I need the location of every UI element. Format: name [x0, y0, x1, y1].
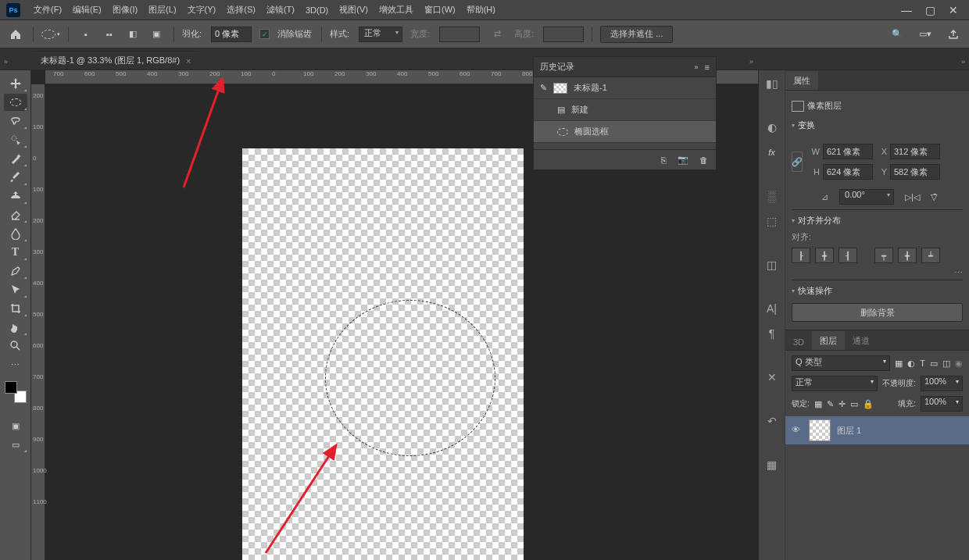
select-and-mask-button[interactable]: 选择并遮住 ...: [600, 26, 673, 43]
close-button[interactable]: ✕: [947, 4, 960, 16]
lock-pos-icon[interactable]: ✛: [838, 399, 846, 409]
panel-icon-adjustments[interactable]: ◐: [763, 119, 781, 136]
panel-icon-styles[interactable]: fx: [763, 144, 781, 161]
crop-tool[interactable]: [4, 300, 27, 317]
panel-icon-tools[interactable]: ✕: [763, 369, 781, 386]
filter-shape-icon[interactable]: ▭: [930, 358, 938, 369]
intersect-selection-button[interactable]: ▣: [147, 25, 166, 44]
maximize-button[interactable]: ▢: [924, 4, 936, 16]
collapse-history-icon[interactable]: »: [695, 63, 699, 71]
path-selection-tool[interactable]: [4, 281, 27, 298]
brush-tool[interactable]: [4, 169, 27, 186]
filter-adjust-icon[interactable]: ◐: [907, 358, 915, 369]
visibility-toggle-icon[interactable]: 👁: [792, 425, 803, 436]
panel-icon-swatches[interactable]: ⬚: [763, 212, 781, 230]
tab-layers[interactable]: 图层: [812, 331, 845, 350]
home-button[interactable]: [6, 25, 25, 44]
new-snapshot-icon[interactable]: ⎘: [661, 155, 667, 165]
panel-icon-libraries[interactable]: ◫: [763, 256, 781, 273]
tool-preset-picker[interactable]: ▾: [41, 25, 60, 44]
hand-tool[interactable]: [4, 319, 27, 336]
color-swatches[interactable]: [5, 381, 27, 403]
align-left-button[interactable]: ┠: [792, 248, 810, 263]
menu-layer[interactable]: 图层(L): [143, 4, 181, 16]
lock-trans-icon[interactable]: ▦: [814, 399, 822, 409]
type-tool[interactable]: T: [4, 244, 27, 261]
collapse-right-icon[interactable]: »: [960, 56, 967, 67]
magic-wand-tool[interactable]: [4, 150, 27, 167]
elliptical-marquee-tool[interactable]: [4, 94, 27, 111]
clone-stamp-tool[interactable]: [4, 187, 27, 205]
lock-paint-icon[interactable]: ✎: [827, 399, 834, 409]
tab-channels[interactable]: 通道: [845, 331, 878, 350]
menu-filter[interactable]: 滤镜(T): [261, 4, 300, 16]
panel-icon-history[interactable]: ↶: [763, 412, 781, 430]
quick-actions-section[interactable]: 快速操作: [792, 282, 963, 300]
filter-smart-icon[interactable]: ◫: [942, 358, 950, 369]
y-input[interactable]: [890, 164, 940, 180]
subtract-selection-button[interactable]: ◧: [123, 25, 142, 44]
angle-select[interactable]: 0.00°: [839, 189, 894, 205]
tab-properties[interactable]: 属性: [785, 71, 818, 90]
new-selection-button[interactable]: ▪: [77, 25, 95, 44]
panel-icon-info[interactable]: ▦: [763, 456, 781, 473]
align-vcenter-button[interactable]: ╋: [898, 248, 917, 263]
height-input[interactable]: [823, 164, 873, 180]
eraser-tool[interactable]: [4, 206, 27, 223]
flip-h-icon[interactable]: ▷|◁: [905, 192, 920, 202]
history-step-new[interactable]: ▤ 新建: [534, 99, 716, 121]
blur-tool[interactable]: [4, 225, 27, 242]
history-doc-row[interactable]: ✎ 未标题-1: [534, 77, 716, 99]
foreground-color[interactable]: [5, 381, 17, 394]
menu-select[interactable]: 选择(S): [221, 4, 261, 16]
blend-mode-select[interactable]: 正常: [792, 376, 878, 391]
history-step-ellipse[interactable]: 椭圆选框: [534, 121, 716, 143]
minimize-button[interactable]: —: [900, 4, 913, 16]
quick-mask-button[interactable]: ▣: [4, 417, 27, 434]
align-top-button[interactable]: ┯: [874, 248, 893, 263]
menu-plugins[interactable]: 增效工具: [374, 4, 419, 16]
collapse-hist-icon[interactable]: »: [748, 56, 755, 67]
quick-selection-tool[interactable]: [4, 131, 27, 148]
menu-type[interactable]: 文字(Y): [182, 4, 222, 16]
filter-toggle-icon[interactable]: ◉: [955, 358, 963, 369]
menu-window[interactable]: 窗口(W): [419, 4, 461, 16]
menu-file[interactable]: 文件(F): [28, 4, 67, 16]
align-hcenter-button[interactable]: ╋: [815, 248, 834, 263]
menu-edit[interactable]: 编辑(E): [67, 4, 107, 16]
filter-pixel-icon[interactable]: ▦: [895, 358, 903, 369]
menu-view[interactable]: 视图(V): [334, 4, 374, 16]
layer-filter-kind[interactable]: Q 类型: [792, 355, 890, 371]
x-input[interactable]: [890, 144, 940, 159]
align-section[interactable]: 对齐并分布: [792, 212, 963, 230]
width-input[interactable]: [823, 144, 873, 159]
document-canvas[interactable]: [242, 148, 524, 560]
link-wh-icon[interactable]: 🔗: [792, 152, 803, 172]
pen-tool[interactable]: [4, 262, 27, 280]
menu-help[interactable]: 帮助(H): [461, 4, 501, 16]
lasso-tool[interactable]: [4, 112, 27, 130]
edit-toolbar-button[interactable]: ⋯: [4, 356, 27, 373]
close-tab-icon[interactable]: ×: [186, 56, 191, 66]
document-tab[interactable]: 未标题-1 @ 33.3% (图层 1, RGB/8#) ×: [33, 51, 198, 70]
more-align-icon[interactable]: ⋯: [792, 268, 963, 278]
layer-name[interactable]: 图层 1: [837, 425, 861, 437]
feather-input[interactable]: [211, 27, 252, 42]
remove-bg-button[interactable]: 删除背景: [792, 303, 963, 322]
style-select[interactable]: 正常: [359, 27, 402, 42]
flip-v-icon[interactable]: ▽̄: [931, 192, 937, 202]
lock-artboard-icon[interactable]: ▭: [850, 399, 858, 409]
trash-icon[interactable]: 🗑: [699, 155, 708, 165]
opacity-input[interactable]: 100%: [921, 376, 963, 391]
filter-type-icon[interactable]: T: [920, 358, 925, 368]
collapse-left-icon[interactable]: »: [2, 56, 9, 67]
panel-icon-levels[interactable]: ▮▯: [763, 75, 781, 92]
zoom-tool[interactable]: [4, 337, 27, 355]
move-tool[interactable]: [4, 75, 27, 92]
menu-3d[interactable]: 3D(D): [300, 5, 334, 15]
add-selection-button[interactable]: ▪▪: [100, 25, 119, 44]
antialias-checkbox[interactable]: ✓: [259, 29, 270, 39]
search-icon[interactable]: 🔍: [888, 25, 906, 44]
panel-icon-character[interactable]: A|: [763, 300, 781, 317]
align-bottom-button[interactable]: ┷: [921, 248, 940, 263]
